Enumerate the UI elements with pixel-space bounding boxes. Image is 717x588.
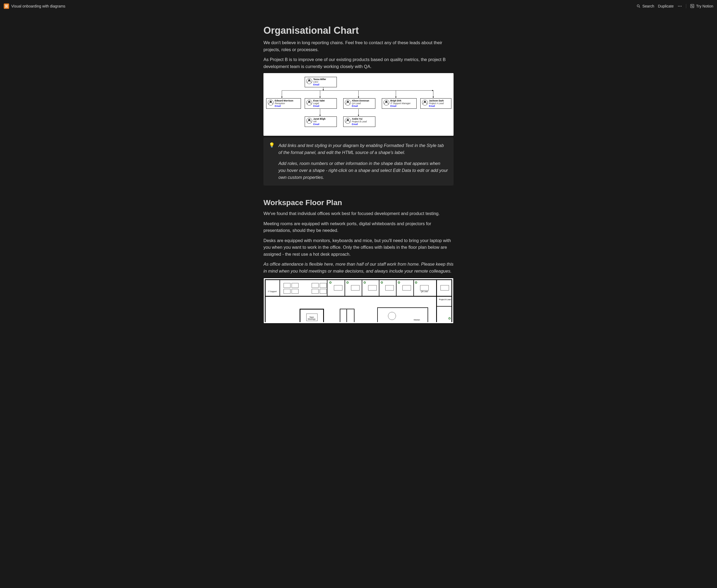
separator xyxy=(686,4,686,8)
org-node-hr[interactable]: Janet Bligh HR Email xyxy=(305,117,337,127)
wall xyxy=(265,279,452,280)
wall xyxy=(300,309,324,310)
room-label-meetings: Team Meetings xyxy=(306,316,317,320)
svg-point-6 xyxy=(679,6,680,6)
svg-rect-2 xyxy=(5,6,6,7)
wall xyxy=(451,279,452,322)
desk xyxy=(440,285,449,291)
search-icon xyxy=(636,4,641,8)
wall xyxy=(340,309,355,309)
search-button[interactable]: Search xyxy=(636,4,654,8)
wall xyxy=(379,279,379,296)
wall xyxy=(265,296,436,297)
plant-icon: ✿ xyxy=(448,317,452,320)
org-node-legal[interactable]: Evan Valet Legal Email xyxy=(305,98,337,108)
wall xyxy=(362,279,362,296)
wall xyxy=(427,308,428,322)
org-chart-embed[interactable]: Tessa Miller CEO Email Edward Morrison R… xyxy=(263,73,454,136)
avatar-icon xyxy=(306,78,312,84)
desk xyxy=(368,285,377,291)
node-email-link[interactable]: Email xyxy=(352,105,369,108)
room-label-it: IT Support xyxy=(267,291,278,292)
plant-icon: ✿ xyxy=(380,281,384,285)
org-node-it[interactable]: Brigit Dirk IT Support Manager Email xyxy=(382,98,417,108)
wall xyxy=(377,308,378,322)
node-email-link[interactable]: Email xyxy=(352,123,367,126)
org-node-reception[interactable]: Edward Morrison Reception Email xyxy=(266,98,301,108)
topbar: Visual onboarding with diagrams Search D… xyxy=(0,0,717,12)
floor-plan-embed[interactable]: ✿ ✿ ✿ ✿ ✿ ✿ ✿ IT Support QA Lead Project… xyxy=(263,278,454,323)
try-notion-label: Try Notion xyxy=(696,4,713,8)
more-icon xyxy=(677,4,682,8)
desk xyxy=(292,283,298,288)
wall xyxy=(396,279,397,296)
node-email-link[interactable]: Email xyxy=(429,105,444,108)
wall xyxy=(377,308,428,308)
avatar-icon xyxy=(345,100,351,105)
node-email-link[interactable]: Email xyxy=(391,105,411,108)
desk xyxy=(292,289,298,294)
desk xyxy=(283,289,291,294)
breadcrumb-page-title[interactable]: Visual onboarding with diagrams xyxy=(11,4,65,8)
room-label-project-a: Project A Lead xyxy=(438,298,452,300)
svg-point-5 xyxy=(678,6,679,6)
node-email-link[interactable]: Email xyxy=(313,84,326,86)
floor-para-4: As office attendance is flexible here, m… xyxy=(263,261,454,274)
desk xyxy=(351,285,360,291)
duplicate-button[interactable]: Duplicate xyxy=(658,4,674,8)
room-label-kitchen: Kitchen xyxy=(412,319,422,321)
desk xyxy=(320,289,326,294)
wall xyxy=(300,309,300,322)
plant-icon: ✿ xyxy=(346,281,350,285)
svg-rect-1 xyxy=(7,4,8,6)
svg-point-4 xyxy=(637,4,639,7)
avatar-icon xyxy=(268,100,274,105)
plant-icon: ✿ xyxy=(329,281,333,285)
desk xyxy=(312,283,319,288)
plant-icon: ✿ xyxy=(398,281,401,285)
search-label: Search xyxy=(642,4,654,8)
svg-rect-3 xyxy=(7,6,8,7)
wall xyxy=(436,306,452,307)
wall xyxy=(436,279,437,322)
desk xyxy=(320,283,326,288)
svg-point-7 xyxy=(681,6,682,6)
floor-para-3: Desks are equipped with monitors, keyboa… xyxy=(263,237,454,258)
svg-rect-0 xyxy=(5,4,6,6)
node-email-link[interactable]: Email xyxy=(275,105,293,108)
node-email-link[interactable]: Email xyxy=(313,123,325,126)
floor-para-1: We've found that individual offices work… xyxy=(263,210,454,217)
avatar-icon xyxy=(345,118,351,124)
plant-icon: ✿ xyxy=(415,281,419,285)
plant-icon: ✿ xyxy=(363,281,367,285)
desk xyxy=(312,289,319,294)
floor-plan-heading: Workspace Floor Plan xyxy=(263,198,454,207)
wall xyxy=(323,309,324,322)
page-content: Organisational Chart We don't believe in… xyxy=(263,12,454,339)
desk xyxy=(283,283,291,288)
desk xyxy=(402,285,411,291)
room-label-qa: QA Lead xyxy=(419,291,430,292)
org-node-project-b[interactable]: Andre Yui Project B Lead Email xyxy=(343,117,375,127)
more-button[interactable] xyxy=(677,4,682,8)
avatar-icon xyxy=(383,100,389,105)
org-node-qa[interactable]: Alison Donovan QA Lead Email xyxy=(343,98,375,108)
wall xyxy=(436,296,452,297)
try-notion-button[interactable]: Try Notion xyxy=(690,4,713,8)
node-email-link[interactable]: Email xyxy=(313,105,325,108)
org-chart-heading: Organisational Chart xyxy=(263,25,454,36)
org-node-project-a[interactable]: Jackson Dark Project A Lead Email xyxy=(420,98,451,108)
desk xyxy=(385,285,394,291)
duplicate-label: Duplicate xyxy=(658,4,674,8)
wall xyxy=(354,309,355,322)
wall xyxy=(265,279,266,322)
floor-para-2: Meeting rooms are equipped with network … xyxy=(263,220,454,234)
callout-p2: Add roles, room numbers or other informa… xyxy=(278,160,448,181)
org-node-ceo[interactable]: Tessa Miller CEO Email xyxy=(305,77,337,87)
page-icon xyxy=(4,3,9,9)
desk xyxy=(334,285,342,291)
notion-icon xyxy=(690,4,695,8)
wall xyxy=(340,309,340,322)
bulb-icon: 💡 xyxy=(269,142,275,181)
round-table xyxy=(388,312,396,320)
